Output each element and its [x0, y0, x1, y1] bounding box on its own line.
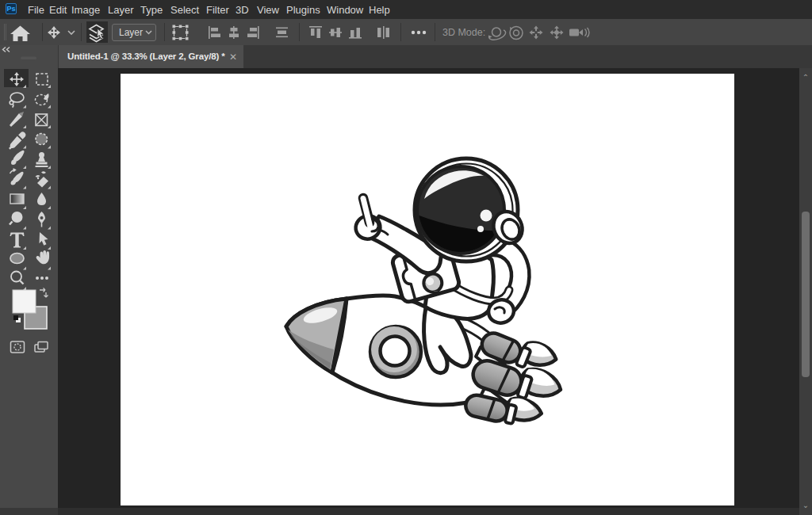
svg-text:3D Mode:: 3D Mode: — [442, 27, 485, 38]
svg-text:Layer: Layer — [119, 27, 143, 38]
